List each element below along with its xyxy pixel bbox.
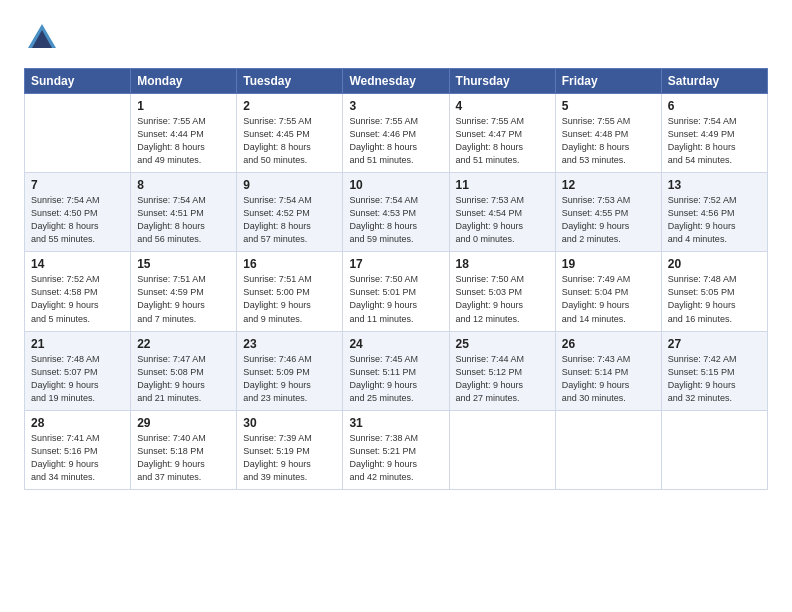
day-number: 7	[31, 178, 124, 192]
calendar-cell: 28Sunrise: 7:41 AMSunset: 5:16 PMDayligh…	[25, 410, 131, 489]
day-number: 23	[243, 337, 336, 351]
cell-info: Sunrise: 7:43 AMSunset: 5:14 PMDaylight:…	[562, 353, 655, 405]
calendar-cell: 5Sunrise: 7:55 AMSunset: 4:48 PMDaylight…	[555, 94, 661, 173]
cell-info: Sunrise: 7:44 AMSunset: 5:12 PMDaylight:…	[456, 353, 549, 405]
calendar-cell: 9Sunrise: 7:54 AMSunset: 4:52 PMDaylight…	[237, 173, 343, 252]
day-number: 27	[668, 337, 761, 351]
cell-info: Sunrise: 7:54 AMSunset: 4:52 PMDaylight:…	[243, 194, 336, 246]
logo	[24, 20, 64, 56]
calendar-cell: 31Sunrise: 7:38 AMSunset: 5:21 PMDayligh…	[343, 410, 449, 489]
day-number: 12	[562, 178, 655, 192]
calendar-week-4: 21Sunrise: 7:48 AMSunset: 5:07 PMDayligh…	[25, 331, 768, 410]
calendar-cell: 2Sunrise: 7:55 AMSunset: 4:45 PMDaylight…	[237, 94, 343, 173]
calendar-cell: 29Sunrise: 7:40 AMSunset: 5:18 PMDayligh…	[131, 410, 237, 489]
cell-info: Sunrise: 7:39 AMSunset: 5:19 PMDaylight:…	[243, 432, 336, 484]
cell-info: Sunrise: 7:51 AMSunset: 5:00 PMDaylight:…	[243, 273, 336, 325]
calendar-cell: 13Sunrise: 7:52 AMSunset: 4:56 PMDayligh…	[661, 173, 767, 252]
day-number: 4	[456, 99, 549, 113]
page: SundayMondayTuesdayWednesdayThursdayFrid…	[0, 0, 792, 506]
cell-info: Sunrise: 7:54 AMSunset: 4:50 PMDaylight:…	[31, 194, 124, 246]
cell-info: Sunrise: 7:50 AMSunset: 5:01 PMDaylight:…	[349, 273, 442, 325]
day-number: 26	[562, 337, 655, 351]
header-day-thursday: Thursday	[449, 69, 555, 94]
day-number: 9	[243, 178, 336, 192]
calendar-cell	[661, 410, 767, 489]
day-number: 19	[562, 257, 655, 271]
day-number: 25	[456, 337, 549, 351]
calendar-cell	[555, 410, 661, 489]
calendar-cell: 14Sunrise: 7:52 AMSunset: 4:58 PMDayligh…	[25, 252, 131, 331]
day-number: 17	[349, 257, 442, 271]
calendar-header: SundayMondayTuesdayWednesdayThursdayFrid…	[25, 69, 768, 94]
header	[24, 20, 768, 56]
calendar-cell: 19Sunrise: 7:49 AMSunset: 5:04 PMDayligh…	[555, 252, 661, 331]
day-number: 16	[243, 257, 336, 271]
calendar-body: 1Sunrise: 7:55 AMSunset: 4:44 PMDaylight…	[25, 94, 768, 490]
cell-info: Sunrise: 7:55 AMSunset: 4:45 PMDaylight:…	[243, 115, 336, 167]
day-number: 15	[137, 257, 230, 271]
day-number: 10	[349, 178, 442, 192]
header-row: SundayMondayTuesdayWednesdayThursdayFrid…	[25, 69, 768, 94]
day-number: 18	[456, 257, 549, 271]
calendar-cell	[449, 410, 555, 489]
cell-info: Sunrise: 7:49 AMSunset: 5:04 PMDaylight:…	[562, 273, 655, 325]
day-number: 31	[349, 416, 442, 430]
calendar-cell: 7Sunrise: 7:54 AMSunset: 4:50 PMDaylight…	[25, 173, 131, 252]
calendar-week-1: 1Sunrise: 7:55 AMSunset: 4:44 PMDaylight…	[25, 94, 768, 173]
cell-info: Sunrise: 7:52 AMSunset: 4:56 PMDaylight:…	[668, 194, 761, 246]
header-day-saturday: Saturday	[661, 69, 767, 94]
calendar-week-2: 7Sunrise: 7:54 AMSunset: 4:50 PMDaylight…	[25, 173, 768, 252]
calendar-cell: 15Sunrise: 7:51 AMSunset: 4:59 PMDayligh…	[131, 252, 237, 331]
cell-info: Sunrise: 7:55 AMSunset: 4:46 PMDaylight:…	[349, 115, 442, 167]
cell-info: Sunrise: 7:53 AMSunset: 4:54 PMDaylight:…	[456, 194, 549, 246]
day-number: 8	[137, 178, 230, 192]
cell-info: Sunrise: 7:48 AMSunset: 5:05 PMDaylight:…	[668, 273, 761, 325]
day-number: 14	[31, 257, 124, 271]
calendar-cell: 21Sunrise: 7:48 AMSunset: 5:07 PMDayligh…	[25, 331, 131, 410]
day-number: 21	[31, 337, 124, 351]
cell-info: Sunrise: 7:46 AMSunset: 5:09 PMDaylight:…	[243, 353, 336, 405]
day-number: 13	[668, 178, 761, 192]
day-number: 24	[349, 337, 442, 351]
cell-info: Sunrise: 7:42 AMSunset: 5:15 PMDaylight:…	[668, 353, 761, 405]
cell-info: Sunrise: 7:52 AMSunset: 4:58 PMDaylight:…	[31, 273, 124, 325]
cell-info: Sunrise: 7:51 AMSunset: 4:59 PMDaylight:…	[137, 273, 230, 325]
day-number: 6	[668, 99, 761, 113]
calendar-cell: 10Sunrise: 7:54 AMSunset: 4:53 PMDayligh…	[343, 173, 449, 252]
calendar-cell: 8Sunrise: 7:54 AMSunset: 4:51 PMDaylight…	[131, 173, 237, 252]
calendar-cell: 27Sunrise: 7:42 AMSunset: 5:15 PMDayligh…	[661, 331, 767, 410]
calendar-cell: 11Sunrise: 7:53 AMSunset: 4:54 PMDayligh…	[449, 173, 555, 252]
cell-info: Sunrise: 7:55 AMSunset: 4:47 PMDaylight:…	[456, 115, 549, 167]
calendar-cell: 20Sunrise: 7:48 AMSunset: 5:05 PMDayligh…	[661, 252, 767, 331]
day-number: 3	[349, 99, 442, 113]
header-day-tuesday: Tuesday	[237, 69, 343, 94]
cell-info: Sunrise: 7:38 AMSunset: 5:21 PMDaylight:…	[349, 432, 442, 484]
calendar-cell: 12Sunrise: 7:53 AMSunset: 4:55 PMDayligh…	[555, 173, 661, 252]
cell-info: Sunrise: 7:55 AMSunset: 4:44 PMDaylight:…	[137, 115, 230, 167]
calendar-cell: 16Sunrise: 7:51 AMSunset: 5:00 PMDayligh…	[237, 252, 343, 331]
calendar-cell	[25, 94, 131, 173]
calendar-week-3: 14Sunrise: 7:52 AMSunset: 4:58 PMDayligh…	[25, 252, 768, 331]
day-number: 30	[243, 416, 336, 430]
cell-info: Sunrise: 7:55 AMSunset: 4:48 PMDaylight:…	[562, 115, 655, 167]
logo-icon	[24, 20, 60, 56]
cell-info: Sunrise: 7:53 AMSunset: 4:55 PMDaylight:…	[562, 194, 655, 246]
day-number: 28	[31, 416, 124, 430]
day-number: 20	[668, 257, 761, 271]
day-number: 2	[243, 99, 336, 113]
cell-info: Sunrise: 7:54 AMSunset: 4:49 PMDaylight:…	[668, 115, 761, 167]
calendar-cell: 3Sunrise: 7:55 AMSunset: 4:46 PMDaylight…	[343, 94, 449, 173]
calendar-cell: 17Sunrise: 7:50 AMSunset: 5:01 PMDayligh…	[343, 252, 449, 331]
day-number: 1	[137, 99, 230, 113]
cell-info: Sunrise: 7:50 AMSunset: 5:03 PMDaylight:…	[456, 273, 549, 325]
calendar-cell: 6Sunrise: 7:54 AMSunset: 4:49 PMDaylight…	[661, 94, 767, 173]
cell-info: Sunrise: 7:45 AMSunset: 5:11 PMDaylight:…	[349, 353, 442, 405]
day-number: 29	[137, 416, 230, 430]
calendar-cell: 30Sunrise: 7:39 AMSunset: 5:19 PMDayligh…	[237, 410, 343, 489]
calendar-cell: 24Sunrise: 7:45 AMSunset: 5:11 PMDayligh…	[343, 331, 449, 410]
calendar-cell: 4Sunrise: 7:55 AMSunset: 4:47 PMDaylight…	[449, 94, 555, 173]
calendar-cell: 25Sunrise: 7:44 AMSunset: 5:12 PMDayligh…	[449, 331, 555, 410]
day-number: 11	[456, 178, 549, 192]
calendar-week-5: 28Sunrise: 7:41 AMSunset: 5:16 PMDayligh…	[25, 410, 768, 489]
header-day-wednesday: Wednesday	[343, 69, 449, 94]
